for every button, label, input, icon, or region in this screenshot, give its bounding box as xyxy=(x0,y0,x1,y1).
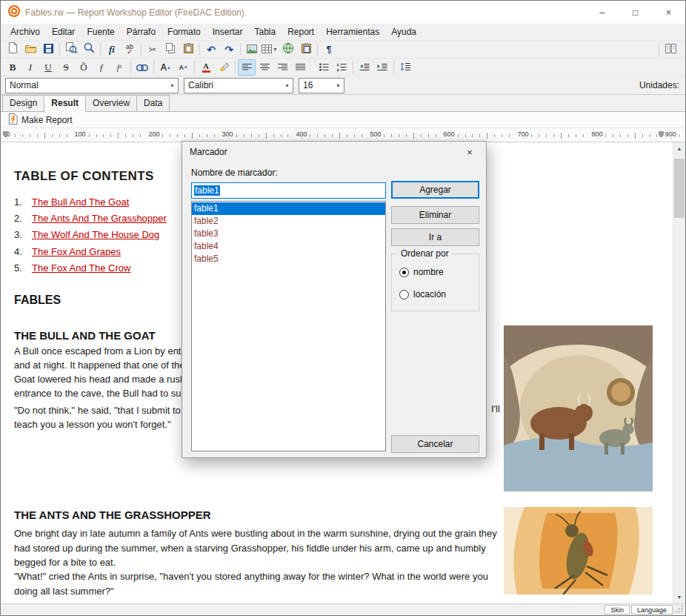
bookmark-list-item[interactable]: fable4 xyxy=(192,240,385,253)
toc-link-bull-goat[interactable]: The Bull And The Goat xyxy=(32,196,129,208)
insert-field-button[interactable]: fi xyxy=(103,42,121,58)
bookmark-list-item[interactable]: fable5 xyxy=(192,253,385,265)
insert-table-button[interactable]: ▾ xyxy=(261,42,279,58)
hyperlink-button[interactable] xyxy=(133,59,151,76)
resize-grip[interactable] xyxy=(674,603,684,616)
table-dropdown-arrow[interactable]: ▾ xyxy=(272,46,279,53)
undo-button[interactable]: ↶ xyxy=(202,42,220,58)
tab-result[interactable]: Result xyxy=(44,95,86,112)
align-left-button[interactable] xyxy=(238,59,256,76)
numbered-list-button[interactable] xyxy=(333,59,350,76)
menu-parrafo[interactable]: Párrafo xyxy=(121,24,161,39)
grow-font-button[interactable]: A▴ xyxy=(156,59,174,76)
decrease-indent-button[interactable] xyxy=(356,59,373,76)
accent-chars-button[interactable]: Õ xyxy=(75,59,93,76)
sort-by-location-option[interactable]: locación xyxy=(399,289,446,299)
goto-button[interactable]: Ir a xyxy=(391,228,479,246)
report-toolbar: Make Report xyxy=(1,112,685,128)
bookmark-list-item[interactable]: fable1 xyxy=(192,202,385,215)
maximize-button[interactable]: □ xyxy=(619,1,652,24)
new-document-button[interactable] xyxy=(4,42,21,58)
tab-design[interactable]: Design xyxy=(2,95,44,111)
save-button[interactable] xyxy=(39,42,57,58)
language-button[interactable]: Language xyxy=(631,605,673,615)
make-report-button[interactable]: Make Report xyxy=(4,112,77,128)
tab-overview[interactable]: Overview xyxy=(85,95,137,111)
formatting-marks-button[interactable]: ¶ xyxy=(320,42,338,58)
font-combobox[interactable]: Calibri▾ xyxy=(184,78,293,93)
add-button[interactable]: Agregar xyxy=(391,181,479,199)
bookmark-listbox[interactable]: fable1 fable2 fable3 fable4 fable5 xyxy=(191,201,386,451)
underline-button[interactable]: U xyxy=(39,59,57,76)
strikethrough-button[interactable]: S xyxy=(57,59,75,76)
align-right-button[interactable] xyxy=(273,59,291,76)
ruler-label: 600 xyxy=(442,130,456,138)
scroll-down-button[interactable]: ▼ xyxy=(673,591,685,603)
bookmark-name-input[interactable]: fable1 xyxy=(191,182,386,199)
skin-button[interactable]: Skin xyxy=(605,605,630,615)
bookmark-list-item[interactable]: fable3 xyxy=(192,228,385,240)
paste-special-button[interactable] xyxy=(297,42,315,58)
increase-indent-button[interactable] xyxy=(373,59,391,76)
align-justify-button[interactable] xyxy=(291,59,309,76)
fables-heading: FABLES xyxy=(14,294,61,307)
cancel-button[interactable]: Cancelar xyxy=(391,435,479,453)
toc-link-ants-grasshopper[interactable]: The Ants And The Grasshopper xyxy=(32,213,167,224)
sort-by-name-option[interactable]: nombre xyxy=(399,267,444,277)
scrollbar-thumb[interactable] xyxy=(674,159,685,218)
menu-editar[interactable]: Editar xyxy=(46,24,81,39)
tab-data[interactable]: Data xyxy=(136,95,170,111)
zoom-button[interactable] xyxy=(80,42,98,58)
shrink-font-button[interactable]: A▾ xyxy=(174,59,192,76)
story1-quote-line: "Do not think," he said, "that I submit … xyxy=(14,403,188,417)
menu-formato[interactable]: Formato xyxy=(161,24,207,39)
menu-insertar[interactable]: Insertar xyxy=(207,24,249,39)
print-preview-button[interactable] xyxy=(62,42,80,58)
underline-icon: U xyxy=(44,62,51,73)
cut-button[interactable]: ✂ xyxy=(144,42,161,58)
menu-report[interactable]: Report xyxy=(282,24,320,39)
font-size-combobox[interactable]: 16▾ xyxy=(299,78,344,93)
bullet-list-button[interactable] xyxy=(315,59,333,76)
toc-link-fox-crow[interactable]: The Fox And The Crow xyxy=(32,262,130,274)
scroll-up-button[interactable]: ▲ xyxy=(673,142,685,155)
ruler-label: 300 xyxy=(220,130,234,138)
spellcheck-button[interactable]: ab✓ xyxy=(121,42,139,58)
delete-button[interactable]: Eliminar xyxy=(391,206,479,224)
redo-button[interactable]: ↷ xyxy=(220,42,238,58)
superscript-button[interactable]: f² xyxy=(110,59,128,76)
style-combobox[interactable]: Normal▾ xyxy=(5,78,179,93)
page-columns-button[interactable] xyxy=(662,42,679,58)
toc-number: 4. xyxy=(14,246,32,257)
paste-button[interactable] xyxy=(179,42,197,58)
chevron-down-icon: ▾ xyxy=(333,82,344,89)
toc-link-wolf-dog[interactable]: The Wolf And The House Dog xyxy=(32,229,159,240)
bold-button[interactable]: B xyxy=(4,59,21,76)
close-button[interactable]: × xyxy=(652,1,685,24)
highlight-button[interactable] xyxy=(215,59,233,76)
italic-button[interactable]: I xyxy=(21,59,39,76)
menu-fuente[interactable]: Fuente xyxy=(81,24,120,39)
copy-button[interactable] xyxy=(161,42,179,58)
open-file-button[interactable] xyxy=(21,42,39,58)
ruler-label: 400 xyxy=(294,130,308,138)
bookmark-list-item[interactable]: fable2 xyxy=(192,215,385,228)
menu-ayuda[interactable]: Ayuda xyxy=(385,24,422,39)
menu-herramientas[interactable]: Herramientas xyxy=(320,24,385,39)
minimize-button[interactable]: – xyxy=(585,1,619,24)
align-center-button[interactable] xyxy=(256,59,273,76)
insert-symbol-button[interactable]: ƒ xyxy=(93,59,110,76)
preview-zoom-icon xyxy=(66,42,77,56)
line-spacing-button[interactable] xyxy=(396,59,414,76)
dialog-close-button[interactable]: × xyxy=(453,142,486,162)
font-color-button[interactable]: A xyxy=(197,59,215,76)
vertical-scrollbar[interactable]: ▲ ▼ xyxy=(673,142,685,603)
hyperlink-web-button[interactable] xyxy=(279,42,297,58)
toc-link-fox-grapes[interactable]: The Fox And Grapes xyxy=(32,246,121,257)
spellcheck-icon: ab✓ xyxy=(126,44,133,55)
menu-archivo[interactable]: Archivo xyxy=(4,24,46,39)
story2-heading: THE ANTS AND THE GRASSHOPPER xyxy=(14,509,211,521)
menu-tabla[interactable]: Tabla xyxy=(248,24,282,39)
insert-image-button[interactable] xyxy=(243,42,261,58)
story1-line: entrance to the cave, the Bull had to su… xyxy=(14,386,195,400)
